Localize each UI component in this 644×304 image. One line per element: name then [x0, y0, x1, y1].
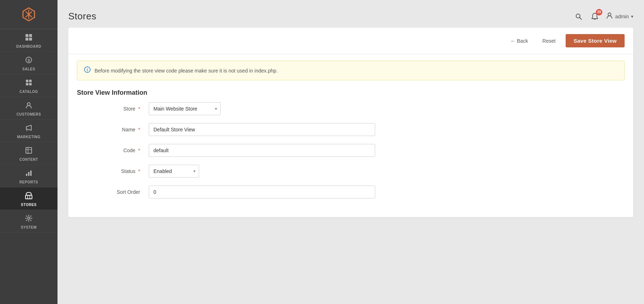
status-required: * [138, 168, 140, 174]
system-label: SYSTEM [21, 225, 37, 229]
svg-rect-14 [26, 174, 27, 176]
search-button[interactable] [574, 11, 584, 22]
page-title: Stores [68, 11, 96, 22]
notifications-wrapper: 39 [589, 11, 600, 22]
stores-label: STORES [21, 203, 37, 207]
back-arrow-icon: ← [510, 38, 515, 44]
form-row-store: Store * Main Website Store Store 2 ▾ [77, 102, 625, 115]
page-header: Stores 39 admin ▾ [68, 11, 633, 22]
dashboard-icon [25, 33, 33, 43]
dashboard-label: DASHBOARD [16, 45, 41, 48]
save-store-view-button[interactable]: Save Store View [566, 34, 625, 47]
sidebar-item-content[interactable]: CONTENT [0, 142, 58, 165]
svg-rect-9 [29, 83, 32, 85]
svg-rect-1 [29, 34, 32, 37]
store-label: Store * [77, 106, 149, 112]
sort-order-control [149, 186, 375, 198]
stores-icon [25, 192, 33, 201]
code-label: Code * [77, 148, 149, 153]
svg-point-20 [28, 217, 30, 219]
svg-point-23 [608, 13, 611, 16]
name-required: * [138, 127, 140, 132]
content-label: CONTENT [19, 158, 38, 162]
reset-label: Reset [542, 38, 556, 44]
content-icon [25, 146, 33, 156]
form-row-sort-order: Sort Order [77, 186, 625, 198]
name-control [149, 123, 375, 136]
svg-rect-8 [26, 83, 28, 85]
sales-label: SALES [22, 67, 35, 71]
sidebar-item-reports[interactable]: REPORTS [0, 165, 58, 187]
customers-label: CUSTOMERS [17, 112, 41, 116]
sidebar-nav: DASHBOARD $ SALES CATALOG CUSTOMERS [0, 29, 58, 233]
svg-point-10 [27, 103, 30, 106]
header-actions: 39 admin ▾ [574, 11, 633, 22]
notification-badge: 39 [596, 9, 602, 15]
svg-line-22 [579, 17, 581, 19]
main-content: Stores 39 admin ▾ [58, 0, 644, 304]
sidebar-item-customers[interactable]: CUSTOMERS [0, 97, 58, 120]
sort-order-label: Sort Order [77, 189, 149, 195]
name-label: Name * [77, 127, 149, 132]
sidebar-item-sales[interactable]: $ SALES [0, 52, 58, 74]
reports-icon [25, 169, 33, 179]
store-select-wrap: Main Website Store Store 2 ▾ [149, 102, 221, 115]
svg-rect-17 [26, 195, 32, 199]
svg-text:i: i [87, 67, 88, 73]
code-required: * [138, 148, 140, 153]
svg-rect-16 [30, 170, 32, 176]
form-row-code: Code * [77, 144, 625, 157]
catalog-label: CATALOG [19, 90, 38, 94]
user-avatar-icon [606, 12, 613, 21]
section-title: Store View Information [77, 89, 625, 97]
svg-rect-2 [26, 38, 28, 41]
status-control: Enabled Disabled ▾ [149, 165, 375, 178]
sidebar-item-stores[interactable]: STORES [0, 187, 58, 210]
sidebar-item-dashboard[interactable]: DASHBOARD [0, 29, 58, 52]
store-control: Main Website Store Store 2 ▾ [149, 102, 375, 115]
svg-rect-6 [26, 80, 28, 82]
status-label: Status * [77, 168, 149, 174]
status-select-wrap: Enabled Disabled ▾ [149, 165, 199, 178]
catalog-icon [25, 79, 33, 88]
form-row-status: Status * Enabled Disabled ▾ [77, 165, 625, 178]
card-toolbar: ← Back Reset Save Store View [68, 28, 633, 54]
sidebar-item-catalog[interactable]: CATALOG [0, 74, 58, 97]
store-select[interactable]: Main Website Store Store 2 [149, 102, 221, 115]
svg-rect-3 [29, 38, 32, 41]
save-label: Save Store View [574, 38, 617, 44]
reports-label: REPORTS [19, 180, 38, 184]
sidebar: DASHBOARD $ SALES CATALOG CUSTOMERS [0, 0, 58, 304]
sidebar-item-system[interactable]: SYSTEM [0, 210, 58, 233]
name-input[interactable] [149, 123, 375, 136]
reset-button[interactable]: Reset [538, 35, 560, 47]
content-card: ← Back Reset Save Store View i Before mo… [68, 28, 633, 217]
back-button[interactable]: ← Back [506, 35, 532, 47]
user-name: admin [615, 14, 629, 19]
back-label: Back [517, 38, 528, 44]
customers-icon [25, 101, 33, 111]
form-body: Store * Main Website Store Store 2 ▾ [68, 102, 633, 198]
svg-rect-7 [29, 80, 32, 82]
code-input[interactable] [149, 144, 375, 157]
svg-rect-15 [28, 172, 29, 176]
user-menu[interactable]: admin ▾ [606, 12, 633, 21]
svg-text:$: $ [28, 58, 30, 62]
notice-text: Before modifying the store view code ple… [95, 68, 278, 74]
sales-icon: $ [25, 56, 33, 66]
svg-rect-11 [26, 148, 32, 153]
notice-bar: i Before modifying the store view code p… [77, 61, 625, 80]
store-required: * [138, 106, 140, 112]
sort-order-input[interactable] [149, 186, 375, 198]
code-control [149, 144, 375, 157]
marketing-label: MARKETING [17, 135, 40, 139]
sidebar-item-marketing[interactable]: MARKETING [0, 120, 58, 142]
logo [0, 0, 58, 29]
svg-rect-0 [26, 34, 28, 37]
status-select[interactable]: Enabled Disabled [149, 165, 199, 178]
system-icon [25, 214, 33, 224]
marketing-icon [25, 124, 33, 134]
user-menu-chevron-icon: ▾ [631, 14, 633, 19]
info-icon: i [84, 66, 91, 75]
form-row-name: Name * [77, 123, 625, 136]
